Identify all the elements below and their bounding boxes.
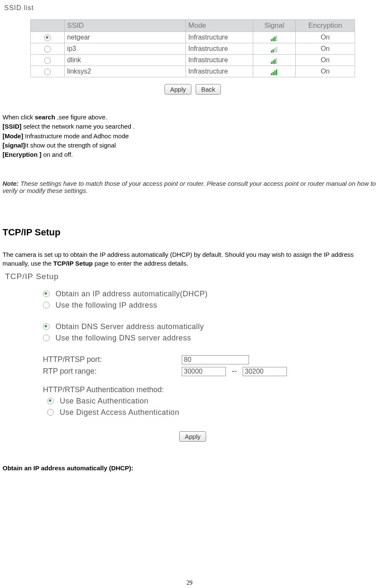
page-number: 29 <box>0 580 379 586</box>
signal-cell <box>253 66 296 77</box>
ssid-radio[interactable] <box>44 57 51 64</box>
signal-bars-icon <box>271 68 278 75</box>
radio-icon <box>47 409 54 416</box>
label: Use Digest Access Authentication <box>60 408 179 417</box>
text: on and off. <box>42 151 73 158</box>
table-row: dlinkInfrastructureOn <box>31 55 355 66</box>
ssid-cell: netgear <box>64 32 186 43</box>
http-port-input[interactable] <box>182 355 249 364</box>
encryption-cell: On <box>296 55 355 66</box>
signal-cell <box>253 55 296 66</box>
label: Obtain DNS Server address automatically <box>56 322 204 331</box>
ssid-description: When click search ,see figure above. [SS… <box>3 113 376 159</box>
ssid-th-signal: Signal <box>253 20 296 32</box>
text-bold: [signal] <box>3 142 25 149</box>
text-bold: [Encryption ] <box>3 151 42 158</box>
radio-ip-auto[interactable]: Obtain an IP address automatically(DHCP) <box>43 290 376 298</box>
ssid-table: SSID Mode Signal Encryption netgearInfra… <box>30 19 355 77</box>
ssid-th-encryption: Encryption <box>296 20 355 32</box>
table-row: netgearInfrastructureOn <box>31 32 355 43</box>
http-port-label: HTTP/RTSP port: <box>43 355 182 364</box>
mode-cell: Infrastructure <box>186 43 253 55</box>
signal-bars-icon <box>271 56 278 64</box>
text: select the network name you searched . <box>21 123 135 130</box>
encryption-cell: On <box>296 43 355 55</box>
label: Use the following DNS server address <box>56 334 191 343</box>
rtp-range-label: RTP port range: <box>43 367 182 376</box>
radio-ip-manual[interactable]: Use the following IP address <box>43 301 376 310</box>
signal-bars-icon <box>271 34 278 41</box>
tcpip-panel: TCP/IP Setup Obtain an IP address automa… <box>5 272 376 417</box>
text-bold: TCP/IP Setup <box>53 260 93 267</box>
rtp-from-input[interactable] <box>182 367 226 376</box>
text-bold: search <box>35 113 55 121</box>
obtain-ip-heading: Obtain an IP address automatically (DHCP… <box>3 464 376 472</box>
note-body: These settings have to match those of yo… <box>3 180 376 194</box>
tcpip-intro: The camera is set up to obtain the IP ad… <box>3 250 376 268</box>
auth-method-label: HTTP/RTSP Authentication method: <box>43 385 376 394</box>
ssid-th-ssid: SSID <box>64 20 186 32</box>
mode-cell: Infrastructure <box>186 32 253 43</box>
apply-button-tcp[interactable]: Apply <box>179 431 206 442</box>
note-label: Note: <box>3 180 19 187</box>
text: page to enter the address details. <box>93 260 188 267</box>
rtp-dash: -- <box>232 367 237 376</box>
ssid-radio[interactable] <box>44 34 51 41</box>
signal-cell <box>253 43 296 55</box>
label: Obtain an IP address automatically(DHCP) <box>56 290 208 298</box>
text: ,see figure above. <box>55 113 107 121</box>
table-row: ip3InfrastructureOn <box>31 43 355 55</box>
radio-dns-auto[interactable]: Obtain DNS Server address automatically <box>43 322 376 331</box>
mode-cell: Infrastructure <box>186 55 253 66</box>
tcpip-heading: TCP/IP Setup <box>3 227 376 238</box>
signal-cell <box>253 32 296 43</box>
ssid-list-title: SSID list <box>4 4 376 12</box>
ssid-radio[interactable] <box>44 69 51 75</box>
encryption-cell: On <box>296 66 355 77</box>
ssid-cell: linksys2 <box>64 66 186 77</box>
radio-icon <box>43 323 50 330</box>
mode-cell: Infrastructure <box>186 66 253 77</box>
label: Use the following IP address <box>56 301 157 310</box>
radio-icon <box>47 398 54 404</box>
text: It show out the strength of signal <box>25 142 116 149</box>
radio-auth-basic[interactable]: Use Basic Authentication <box>47 397 376 406</box>
encryption-cell: On <box>296 32 355 43</box>
text: When click <box>3 113 35 121</box>
text-bold: [Mode] <box>3 132 23 140</box>
ssid-th-select <box>31 20 65 32</box>
radio-dns-manual[interactable]: Use the following DNS server address <box>43 334 376 343</box>
ssid-th-mode: Mode <box>186 20 253 32</box>
radio-icon <box>43 335 50 341</box>
table-row: linksys2InfrastructureOn <box>31 66 355 77</box>
note-block: Note: These settings have to match those… <box>3 180 376 194</box>
ssid-radio[interactable] <box>44 46 51 53</box>
radio-icon <box>43 290 50 297</box>
label: Use Basic Authentication <box>60 397 148 406</box>
rtp-to-input[interactable] <box>243 367 287 376</box>
apply-button[interactable]: Apply <box>164 84 191 95</box>
radio-icon <box>43 302 50 309</box>
ssid-cell: dlink <box>64 55 186 66</box>
back-button[interactable]: Back <box>196 84 220 95</box>
text: Infrastructure mode and Adhoc mode <box>23 132 129 140</box>
text-bold: [SSID] <box>3 123 21 130</box>
tcpip-panel-title: TCP/IP Setup <box>5 272 376 281</box>
radio-auth-digest[interactable]: Use Digest Access Authentication <box>47 408 376 417</box>
signal-bars-icon <box>271 45 278 53</box>
ssid-cell: ip3 <box>64 43 186 55</box>
